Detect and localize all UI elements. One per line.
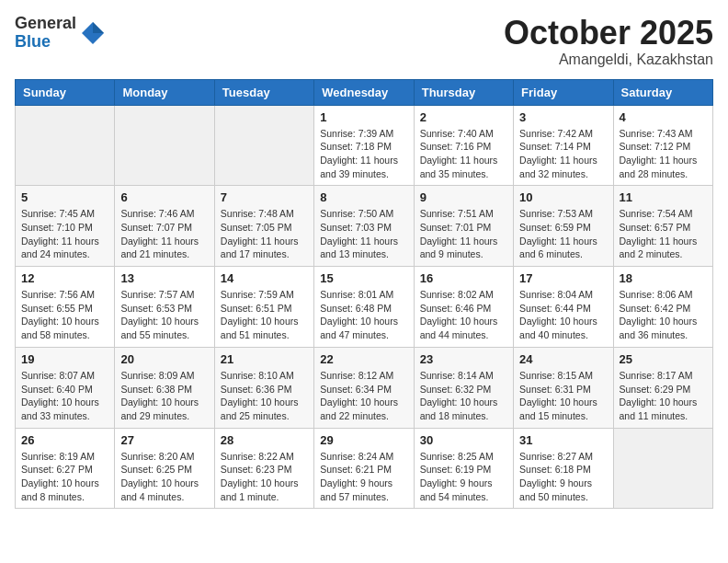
day-info: Sunrise: 7:59 AM Sunset: 6:51 PM Dayligh… — [221, 288, 308, 342]
calendar-week-3: 19Sunrise: 8:07 AM Sunset: 6:40 PM Dayli… — [16, 347, 713, 428]
day-info: Sunrise: 8:20 AM Sunset: 6:25 PM Dayligh… — [120, 450, 208, 504]
day-number: 23 — [420, 352, 507, 366]
day-info: Sunrise: 7:43 AM Sunset: 7:12 PM Dayligh… — [620, 127, 707, 181]
day-info: Sunrise: 7:53 AM Sunset: 6:59 PM Dayligh… — [519, 207, 607, 261]
day-number: 1 — [320, 110, 407, 124]
calendar-cell: 25Sunrise: 8:17 AM Sunset: 6:29 PM Dayli… — [613, 347, 712, 428]
calendar-cell: 31Sunrise: 8:27 AM Sunset: 6:18 PM Dayli… — [514, 428, 613, 509]
day-info: Sunrise: 8:09 AM Sunset: 6:38 PM Dayligh… — [120, 369, 208, 423]
calendar-cell: 9Sunrise: 7:51 AM Sunset: 7:01 PM Daylig… — [414, 186, 513, 267]
day-number: 13 — [120, 271, 208, 285]
calendar-cell: 20Sunrise: 8:09 AM Sunset: 6:38 PM Dayli… — [115, 347, 214, 428]
month-title: October 2025 — [504, 15, 713, 52]
day-info: Sunrise: 8:27 AM Sunset: 6:18 PM Dayligh… — [519, 450, 607, 504]
calendar-cell: 28Sunrise: 8:22 AM Sunset: 6:23 PM Dayli… — [214, 428, 313, 509]
logo-blue: Blue — [15, 33, 76, 52]
weekday-header-tuesday: Tuesday — [214, 79, 313, 105]
calendar-cell: 11Sunrise: 7:54 AM Sunset: 6:57 PM Dayli… — [613, 186, 712, 267]
calendar-cell: 15Sunrise: 8:01 AM Sunset: 6:48 PM Dayli… — [314, 267, 414, 348]
calendar-cell: 8Sunrise: 7:50 AM Sunset: 7:03 PM Daylig… — [314, 186, 414, 267]
day-number: 29 — [320, 433, 407, 447]
day-info: Sunrise: 8:17 AM Sunset: 6:29 PM Dayligh… — [620, 369, 707, 423]
day-number: 3 — [519, 110, 607, 124]
day-number: 5 — [21, 190, 108, 204]
title-block: October 2025 Amangeldi, Kazakhstan — [504, 15, 713, 68]
calendar-cell: 14Sunrise: 7:59 AM Sunset: 6:51 PM Dayli… — [214, 267, 313, 348]
day-number: 7 — [221, 190, 308, 204]
logo-icon — [80, 20, 106, 46]
calendar-cell: 16Sunrise: 8:02 AM Sunset: 6:46 PM Dayli… — [414, 267, 513, 348]
logo: General Blue — [15, 15, 106, 52]
calendar-cell: 23Sunrise: 8:14 AM Sunset: 6:32 PM Dayli… — [414, 347, 513, 428]
day-number: 12 — [21, 271, 108, 285]
day-number: 18 — [620, 271, 707, 285]
calendar-cell — [214, 105, 313, 186]
day-number: 9 — [420, 190, 507, 204]
day-number: 17 — [519, 271, 607, 285]
calendar-cell: 30Sunrise: 8:25 AM Sunset: 6:19 PM Dayli… — [414, 428, 513, 509]
calendar-week-4: 26Sunrise: 8:19 AM Sunset: 6:27 PM Dayli… — [16, 428, 713, 509]
day-info: Sunrise: 8:22 AM Sunset: 6:23 PM Dayligh… — [221, 450, 308, 504]
page-header: General Blue October 2025 Amangeldi, Kaz… — [15, 15, 713, 68]
calendar-cell: 29Sunrise: 8:24 AM Sunset: 6:21 PM Dayli… — [314, 428, 414, 509]
calendar-cell: 21Sunrise: 8:10 AM Sunset: 6:36 PM Dayli… — [214, 347, 313, 428]
calendar-cell: 5Sunrise: 7:45 AM Sunset: 7:10 PM Daylig… — [16, 186, 115, 267]
day-info: Sunrise: 8:12 AM Sunset: 6:34 PM Dayligh… — [320, 369, 407, 423]
weekday-header-sunday: Sunday — [16, 79, 115, 105]
location: Amangeldi, Kazakhstan — [504, 52, 713, 68]
day-number: 30 — [420, 433, 507, 447]
day-info: Sunrise: 8:14 AM Sunset: 6:32 PM Dayligh… — [420, 369, 507, 423]
calendar-cell: 22Sunrise: 8:12 AM Sunset: 6:34 PM Dayli… — [314, 347, 414, 428]
calendar-cell: 10Sunrise: 7:53 AM Sunset: 6:59 PM Dayli… — [514, 186, 613, 267]
calendar-cell: 26Sunrise: 8:19 AM Sunset: 6:27 PM Dayli… — [16, 428, 115, 509]
day-number: 27 — [120, 433, 208, 447]
calendar-cell: 13Sunrise: 7:57 AM Sunset: 6:53 PM Dayli… — [115, 267, 214, 348]
day-info: Sunrise: 7:56 AM Sunset: 6:55 PM Dayligh… — [21, 288, 108, 342]
day-number: 21 — [221, 352, 308, 366]
calendar-table: SundayMondayTuesdayWednesdayThursdayFrid… — [15, 79, 713, 510]
day-number: 20 — [120, 352, 208, 366]
day-number: 19 — [21, 352, 108, 366]
calendar-cell: 18Sunrise: 8:06 AM Sunset: 6:42 PM Dayli… — [613, 267, 712, 348]
day-number: 28 — [221, 433, 308, 447]
day-info: Sunrise: 7:57 AM Sunset: 6:53 PM Dayligh… — [120, 288, 208, 342]
day-info: Sunrise: 7:42 AM Sunset: 7:14 PM Dayligh… — [519, 127, 607, 181]
day-info: Sunrise: 8:06 AM Sunset: 6:42 PM Dayligh… — [620, 288, 707, 342]
logo-general: General — [15, 15, 76, 33]
weekday-header-thursday: Thursday — [414, 79, 513, 105]
calendar-cell: 24Sunrise: 8:15 AM Sunset: 6:31 PM Dayli… — [514, 347, 613, 428]
calendar-cell — [16, 105, 115, 186]
calendar-cell: 3Sunrise: 7:42 AM Sunset: 7:14 PM Daylig… — [514, 105, 613, 186]
day-info: Sunrise: 8:01 AM Sunset: 6:48 PM Dayligh… — [320, 288, 407, 342]
calendar-week-2: 12Sunrise: 7:56 AM Sunset: 6:55 PM Dayli… — [16, 267, 713, 348]
day-number: 6 — [120, 190, 208, 204]
day-info: Sunrise: 8:04 AM Sunset: 6:44 PM Dayligh… — [519, 288, 607, 342]
weekday-header-saturday: Saturday — [613, 79, 712, 105]
day-info: Sunrise: 7:46 AM Sunset: 7:07 PM Dayligh… — [120, 207, 208, 261]
calendar-cell — [613, 428, 712, 509]
day-info: Sunrise: 8:10 AM Sunset: 6:36 PM Dayligh… — [221, 369, 308, 423]
day-number: 4 — [620, 110, 707, 124]
day-number: 31 — [519, 433, 607, 447]
calendar-cell: 2Sunrise: 7:40 AM Sunset: 7:16 PM Daylig… — [414, 105, 513, 186]
calendar-cell: 4Sunrise: 7:43 AM Sunset: 7:12 PM Daylig… — [613, 105, 712, 186]
calendar-cell: 6Sunrise: 7:46 AM Sunset: 7:07 PM Daylig… — [115, 186, 214, 267]
weekday-header-wednesday: Wednesday — [314, 79, 414, 105]
day-number: 22 — [320, 352, 407, 366]
calendar-body: 1Sunrise: 7:39 AM Sunset: 7:18 PM Daylig… — [16, 105, 713, 509]
day-number: 11 — [620, 190, 707, 204]
calendar-cell: 19Sunrise: 8:07 AM Sunset: 6:40 PM Dayli… — [16, 347, 115, 428]
day-number: 16 — [420, 271, 507, 285]
day-number: 8 — [320, 190, 407, 204]
day-info: Sunrise: 8:07 AM Sunset: 6:40 PM Dayligh… — [21, 369, 108, 423]
day-info: Sunrise: 8:15 AM Sunset: 6:31 PM Dayligh… — [519, 369, 607, 423]
day-number: 10 — [519, 190, 607, 204]
day-info: Sunrise: 7:50 AM Sunset: 7:03 PM Dayligh… — [320, 207, 407, 261]
calendar-cell: 27Sunrise: 8:20 AM Sunset: 6:25 PM Dayli… — [115, 428, 214, 509]
weekday-header-friday: Friday — [514, 79, 613, 105]
day-info: Sunrise: 8:02 AM Sunset: 6:46 PM Dayligh… — [420, 288, 507, 342]
calendar-cell — [115, 105, 214, 186]
day-number: 2 — [420, 110, 507, 124]
day-info: Sunrise: 7:48 AM Sunset: 7:05 PM Dayligh… — [221, 207, 308, 261]
day-info: Sunrise: 8:25 AM Sunset: 6:19 PM Dayligh… — [420, 450, 507, 504]
